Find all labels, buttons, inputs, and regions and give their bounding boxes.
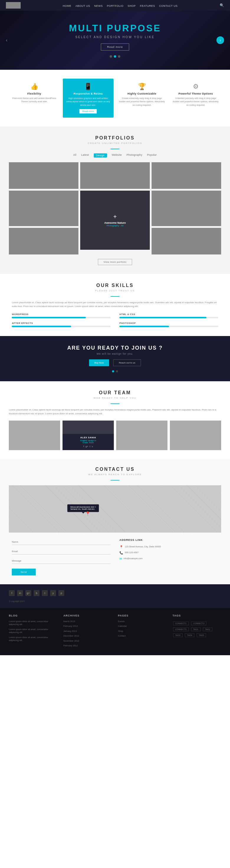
footer-blog-icon[interactable]: b bbox=[34, 590, 40, 596]
cta-buy-button[interactable]: Buy Now bbox=[89, 360, 109, 366]
nav-home[interactable]: HOME bbox=[63, 4, 71, 7]
filter-design[interactable]: Design bbox=[94, 153, 107, 157]
cta-buttons: Buy Now Reach out to us bbox=[12, 360, 218, 366]
portfolio-item-4[interactable]: + bbox=[9, 191, 78, 226]
footer-tag-2[interactable]: CONNECT3 bbox=[173, 627, 189, 631]
skill-bar-bg-2 bbox=[12, 326, 111, 327]
team-member-0 bbox=[9, 421, 60, 450]
filter-latest[interactable]: Latest bbox=[81, 153, 89, 157]
view-more-wrap: View more portfolio bbox=[9, 258, 221, 265]
portfolio-item-featured[interactable]: + Awesome Nature Photography - All bbox=[80, 191, 150, 250]
footer-tag-6[interactable]: TAG4 bbox=[185, 633, 194, 637]
skills-subtitle: PLEASE JUST TRUST US bbox=[12, 289, 218, 292]
portfolio-item-2[interactable]: + bbox=[80, 162, 150, 189]
portfolio-plus-icon: + bbox=[185, 172, 188, 178]
team-section: OUR TEAM WEB READY TO HELP YOU Lorem pla… bbox=[0, 381, 230, 459]
team-member-1: ALEX SANIA Graphic design inGrade Team f… bbox=[63, 421, 114, 450]
footer-youtube-icon[interactable]: y bbox=[50, 590, 56, 596]
hero-right-arrow[interactable]: › bbox=[217, 36, 224, 44]
footer-page-0[interactable]: Events bbox=[118, 620, 166, 623]
team-member-2 bbox=[116, 421, 167, 450]
contact-form-section: Send ADDRESS LINK 📍 123 Street Avenue, C… bbox=[0, 533, 230, 584]
portfolio-featured-title: Awesome Nature bbox=[104, 221, 126, 224]
address-item-0: 📍 123 Street Avenue, City, State 00000 bbox=[119, 545, 218, 549]
contact-field-1[interactable] bbox=[12, 539, 111, 545]
portfolio-item-6[interactable]: + bbox=[9, 228, 78, 254]
footer-twitter-icon[interactable]: t bbox=[42, 590, 48, 596]
footer-archive-2[interactable]: January 2013 bbox=[64, 630, 112, 633]
footer-archive-5[interactable]: February 2012 bbox=[64, 644, 112, 648]
footer-tag-1[interactable]: CONNECT2 bbox=[191, 622, 207, 625]
feature-read-more-button[interactable]: Read more bbox=[79, 109, 97, 114]
skill-bar-bg-3 bbox=[119, 326, 218, 327]
skill-after-effects: AFTER EFFECTS bbox=[12, 322, 111, 327]
hero-read-more-button[interactable]: Read more bbox=[101, 43, 129, 51]
footer-col-tags: TAGS CONNECT1 CONNECT2 CONNECT3 TAG1 TAG… bbox=[172, 614, 221, 649]
cta-dot-2[interactable] bbox=[116, 370, 118, 372]
footer-page-1[interactable]: Calendar bbox=[118, 625, 166, 628]
feature-card-3: ⚙ Powerful Theme Options Unlimited preci… bbox=[170, 79, 222, 118]
footer-page-2[interactable]: Shop bbox=[118, 630, 166, 633]
cta-reach-button[interactable]: Reach out to us bbox=[113, 360, 141, 366]
footer-tag-3[interactable]: TAG1 bbox=[191, 627, 200, 631]
skill-label-0: WORDPRESS bbox=[12, 313, 111, 316]
filter-website[interactable]: Website bbox=[112, 153, 122, 157]
vimeo-icon[interactable]: v bbox=[92, 445, 93, 448]
footer-tag-5[interactable]: TAG3 bbox=[173, 633, 183, 637]
address-col-title: ADDRESS LINK bbox=[119, 538, 218, 541]
nav-news[interactable]: NEWS bbox=[94, 4, 103, 7]
footer-archive-3[interactable]: December 2012 bbox=[64, 634, 112, 638]
portfolio-item-3[interactable]: + bbox=[152, 162, 221, 189]
footer-tag-7[interactable]: TAG5 bbox=[197, 633, 206, 637]
footer-tag-0[interactable]: CONNECT1 bbox=[173, 622, 189, 625]
address-text-1: 555-123-4567 bbox=[125, 551, 139, 554]
filter-photography[interactable]: Photography bbox=[126, 153, 143, 157]
footer-page-3[interactable]: Contact bbox=[118, 634, 166, 638]
filter-all[interactable]: All bbox=[73, 153, 76, 157]
team-grid: ALEX SANIA Graphic design inGrade Team f… bbox=[9, 421, 221, 450]
portfolio-item-5[interactable]: + bbox=[152, 191, 221, 226]
nav-contact[interactable]: CONTACT US bbox=[159, 4, 178, 7]
search-icon[interactable]: 🔍 bbox=[220, 3, 224, 7]
contact-section: CONTACT US WE ALWAYS REACH TO EXPLORE Mi… bbox=[0, 459, 230, 533]
skills-divider bbox=[111, 296, 119, 297]
hero-left-arrow[interactable]: ‹ bbox=[6, 37, 7, 43]
view-more-portfolio-button[interactable]: View more portfolio bbox=[98, 259, 132, 265]
skill-photoshop: PHOTOSHOP bbox=[119, 322, 218, 327]
filter-popular[interactable]: Popular bbox=[147, 153, 157, 157]
contact-field-2[interactable] bbox=[12, 549, 111, 554]
footer-pinterest-icon[interactable]: p bbox=[59, 590, 64, 596]
nav-about[interactable]: ABOUT US bbox=[75, 4, 90, 7]
address-item-2: ✉ info@example.com bbox=[119, 557, 218, 560]
feature-card-0: 👍 Flexibility Find most theme and well w… bbox=[9, 79, 60, 118]
portfolio-item-7[interactable]: + bbox=[152, 228, 221, 254]
contact-send-button[interactable]: Send bbox=[12, 569, 36, 576]
contact-form-col: Send bbox=[12, 538, 111, 576]
contact-field-3[interactable] bbox=[12, 558, 111, 564]
portfolio-item-1[interactable]: + bbox=[9, 162, 78, 189]
footer-linkedin-icon[interactable]: in bbox=[17, 590, 23, 596]
nav-features[interactable]: FEATURES bbox=[140, 4, 155, 7]
footer-copyright: © copyright 2023 bbox=[9, 600, 221, 602]
footer-archive-1[interactable]: February 2013 bbox=[64, 625, 112, 628]
skills-section: OUR SKILLS PLEASE JUST TRUST US Lorem pl… bbox=[0, 274, 230, 336]
skill-html-css: HTML & CSS bbox=[119, 313, 218, 318]
contact-divider bbox=[111, 480, 119, 480]
hero-dot-3[interactable] bbox=[118, 55, 120, 58]
facebook-icon[interactable]: f bbox=[83, 445, 84, 448]
hero-dot-1[interactable] bbox=[110, 55, 112, 58]
footer-tag-4[interactable]: TAG2 bbox=[203, 627, 212, 631]
nav-portfolio[interactable]: PORTFOLIO bbox=[107, 4, 123, 7]
footer-archive-4[interactable]: November 2012 bbox=[64, 640, 112, 643]
footer-bottom: BLOG Lorem ipsum dolor sit amet, consect… bbox=[0, 608, 230, 655]
footer-googleplus-icon[interactable]: g+ bbox=[25, 590, 31, 596]
cta-title: ARE YOU READY TO JOIN US ? bbox=[12, 345, 218, 351]
footer-facebook-icon[interactable]: f bbox=[9, 590, 15, 596]
cta-dot-1[interactable] bbox=[112, 370, 114, 372]
twitter-icon[interactable]: t bbox=[90, 445, 90, 448]
hero-dot-2[interactable] bbox=[114, 55, 116, 58]
nav-shop[interactable]: SHOP bbox=[128, 4, 136, 7]
googleplus-icon[interactable]: g+ bbox=[85, 445, 88, 448]
customizable-icon: 🏆 bbox=[119, 83, 165, 90]
footer-archive-0[interactable]: March 2013 bbox=[64, 620, 112, 623]
